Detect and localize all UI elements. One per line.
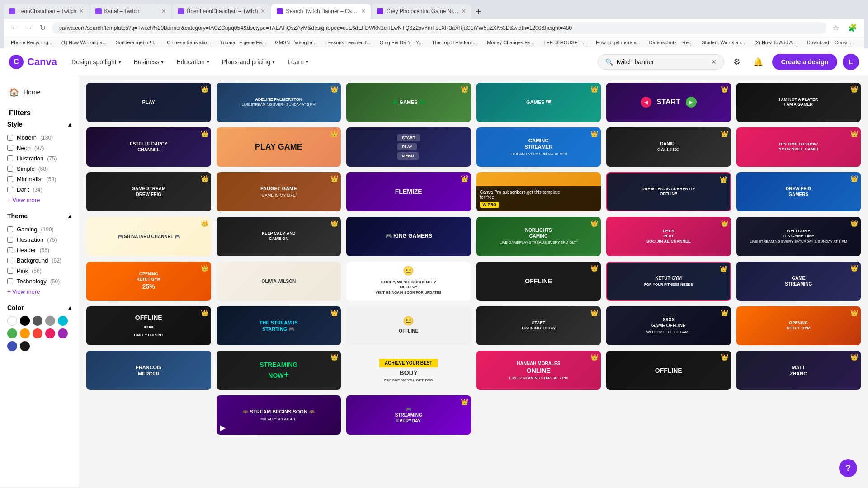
filter-technology-checkbox[interactable] <box>7 278 13 284</box>
template-card[interactable]: GAMESTREAMING 👑 <box>736 262 861 301</box>
template-card[interactable]: THE STREAM ISSTARTING 🎮 👑 <box>217 306 341 346</box>
bookmark-button[interactable]: ☆ <box>830 22 842 34</box>
filter-neon-checkbox[interactable] <box>7 145 13 151</box>
tab-3[interactable]: Über LeonChaudhari – Twitch × <box>172 4 271 19</box>
template-card[interactable]: Drew Feig is CurrentlyOFFLINE 👑 <box>606 172 731 211</box>
color-pink[interactable] <box>45 328 55 338</box>
bookmark-15[interactable]: (2) How To Add Al... <box>751 39 800 46</box>
nav-business[interactable]: Business ▾ <box>128 55 170 69</box>
template-card[interactable]: GAME STREAMDREW FEIG 👑 <box>86 172 211 211</box>
template-card[interactable]: OFFLINE 👑 <box>606 351 731 390</box>
create-design-button[interactable]: Create a design <box>772 54 837 70</box>
search-box[interactable]: 🔍 ✕ <box>598 54 724 70</box>
template-card[interactable]: ESTELLE DARCYCHANNEL 👑 <box>86 127 211 167</box>
template-card[interactable]: ◀ START ▶ 👑 <box>606 83 731 122</box>
nav-design-spotlight[interactable]: Design spotlight ▾ <box>66 55 127 69</box>
template-card[interactable]: I AM NOT A PLAYERI AM A GAMER 👑 <box>736 83 861 122</box>
template-card[interactable]: ACHIEVE YOUR BEST BODY PAY ONE MONTH, GE… <box>346 351 471 390</box>
bookmark-14[interactable]: Student Wants an... <box>699 39 748 46</box>
bookmark-4[interactable]: Chinese translatio... <box>164 39 213 46</box>
theme-filter-title[interactable]: Theme ▴ <box>7 212 71 220</box>
template-card[interactable]: FAUGET GAMEGame Is My Life 👑 <box>217 172 341 211</box>
nav-education[interactable]: Education ▾ <box>171 55 214 69</box>
filter-simple[interactable]: Simple (68) <box>7 164 71 174</box>
filter-minimalist-checkbox[interactable] <box>7 176 13 182</box>
template-card[interactable]: OFFLINE 👑 <box>476 262 601 301</box>
template-card[interactable]: GAMES 🗺 👑 <box>476 83 601 122</box>
back-button[interactable]: ← <box>8 22 21 34</box>
template-card[interactable]: KETUT GYMFOR YOUR FITNESS NEEDS 👑 <box>606 262 731 301</box>
color-gray[interactable] <box>45 316 55 326</box>
color-indigo[interactable] <box>7 341 17 351</box>
extensions-button[interactable]: 🧩 <box>845 22 860 34</box>
template-card[interactable]: OPENINGKETUT GYM25% 👑 <box>86 262 211 301</box>
canva-logo[interactable]: C Canva <box>9 55 57 69</box>
filter-neon[interactable]: Neon (97) <box>7 143 71 153</box>
template-card[interactable]: GAMINGSTREAMERSTREAM EVERY SUNDAY AT 9PM… <box>476 127 601 167</box>
forward-button[interactable]: → <box>23 22 35 34</box>
tab-close-1[interactable]: × <box>79 7 83 15</box>
filter-illustration-checkbox[interactable] <box>7 155 13 161</box>
tab-5[interactable]: Grey Photocentric Game Nigh... × <box>372 4 471 19</box>
nav-learn[interactable]: Learn ▾ <box>282 55 314 69</box>
color-filter-title[interactable]: Color ▴ <box>7 304 71 311</box>
template-card[interactable]: ⚔️ Canva Pro subscribers get this templa… <box>476 172 601 211</box>
bookmark-8[interactable]: Qing Fei De Yi - Y... <box>377 39 426 46</box>
filter-simple-checkbox[interactable] <box>7 166 13 172</box>
search-input[interactable] <box>617 58 708 66</box>
template-card[interactable]: OLIVIA WILSON <box>217 262 341 301</box>
template-card[interactable]: FLEMIZE 👑 <box>346 172 471 211</box>
filter-pink[interactable]: Pink (56) <box>7 266 71 276</box>
template-card[interactable]: DANIELGALLEGO 👑 <box>606 127 731 167</box>
bookmark-1[interactable]: Phone Recycling... <box>8 39 55 46</box>
filter-modern[interactable]: Modern (180) <box>7 132 71 143</box>
bookmark-10[interactable]: Money Changes Es... <box>484 39 537 46</box>
address-bar-input[interactable] <box>52 22 826 34</box>
filter-pink-checkbox[interactable] <box>7 268 13 274</box>
bookmark-11[interactable]: LEE 'S HOUSE—... <box>541 39 590 46</box>
template-card[interactable]: HANNAH MORALESONLINELIVE STREAMING START… <box>476 351 601 390</box>
filter-illustration-theme[interactable]: Illustration (75) <box>7 235 71 245</box>
filter-dark-checkbox[interactable] <box>7 187 13 192</box>
bookmark-9[interactable]: The Top 3 Platform... <box>429 39 481 46</box>
settings-button[interactable]: ⚙ <box>730 53 744 70</box>
reload-button[interactable]: ↻ <box>37 22 48 34</box>
template-card[interactable]: IT'S TIME TO SHOWYOUR SKILL GAME! 👑 <box>736 127 861 167</box>
filter-gaming[interactable]: Gaming (190) <box>7 224 71 235</box>
template-card[interactable]: FRANCOISMERCER <box>86 351 211 390</box>
template-card[interactable]: 🌲 GAMES 🌲 👑 <box>346 83 471 122</box>
template-card[interactable]: ADELINE PALMERSTONLive Streaming every S… <box>217 83 341 122</box>
style-filter-title[interactable]: Style ▴ <box>7 121 71 128</box>
filter-modern-checkbox[interactable] <box>7 135 13 141</box>
tab-close-5[interactable]: × <box>462 7 466 15</box>
color-green[interactable] <box>7 328 17 338</box>
filter-background[interactable]: Background (62) <box>7 255 71 266</box>
bookmark-13[interactable]: Datenschutz – Re... <box>646 39 696 46</box>
tab-1[interactable]: LeonChaudhari – Twitch × <box>4 4 89 19</box>
filter-gaming-checkbox[interactable] <box>7 226 13 232</box>
template-card[interactable]: OFFLINEXXXXBailey Dupont 👑 <box>86 306 211 346</box>
color-near-black[interactable] <box>20 341 30 351</box>
theme-view-more[interactable]: + View more <box>7 288 71 295</box>
avatar[interactable]: L <box>843 54 859 70</box>
template-card[interactable]: KEEP CALM ANDGAME ON 👑 <box>217 217 341 256</box>
template-card[interactable]: 🦇 STREAM BEGINS SOON 🦇#REALLYGREATSITE ▶ <box>217 395 341 435</box>
filter-header[interactable]: Header (66) <box>7 245 71 255</box>
tab-close-4[interactable]: × <box>361 7 365 15</box>
template-card[interactable]: NORLIGHTSGAMINGLIVE GAMEPLAY STREAMS EVE… <box>476 217 601 256</box>
template-card[interactable]: XXXXGAME OFFLINEWelcome To The Game 👑 <box>606 306 731 346</box>
filter-header-checkbox[interactable] <box>7 247 13 253</box>
filter-minimalist[interactable]: Minimalist (58) <box>7 174 71 184</box>
bookmark-12[interactable]: How to get more v... <box>593 39 643 46</box>
color-purple[interactable] <box>58 328 68 338</box>
template-card[interactable]: 🎮 KING GAMERS <box>346 217 471 256</box>
template-card[interactable]: STARTTRAINING TODAY 👑 <box>476 306 601 346</box>
tab-close-2[interactable]: × <box>161 7 165 15</box>
bookmark-7[interactable]: Lessons Learned f... <box>323 39 373 46</box>
template-card[interactable]: PLAY 👑 <box>86 83 211 122</box>
bell-icon[interactable]: 🔔 <box>750 53 767 70</box>
nav-plans-pricing[interactable]: Plans and pricing ▾ <box>217 55 280 69</box>
color-orange[interactable] <box>20 328 30 338</box>
filter-technology[interactable]: Technology (50) <box>7 276 71 286</box>
tab-close-3[interactable]: × <box>261 7 265 15</box>
